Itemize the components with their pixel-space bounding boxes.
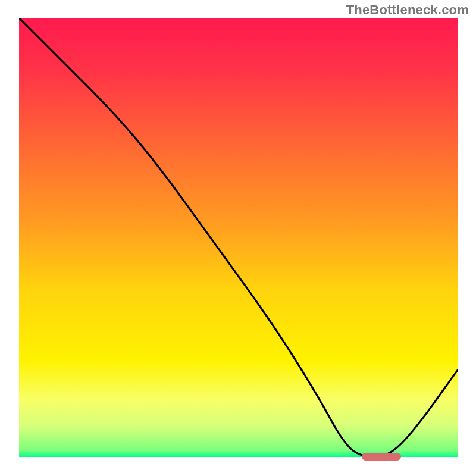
curve-layer bbox=[19, 18, 458, 457]
bottleneck-curve bbox=[19, 18, 458, 457]
viewport: TheBottleneck.com bbox=[0, 0, 476, 476]
attribution-text: TheBottleneck.com bbox=[346, 2, 469, 18]
optimal-zone-marker bbox=[362, 453, 401, 461]
plot-area bbox=[19, 18, 458, 457]
